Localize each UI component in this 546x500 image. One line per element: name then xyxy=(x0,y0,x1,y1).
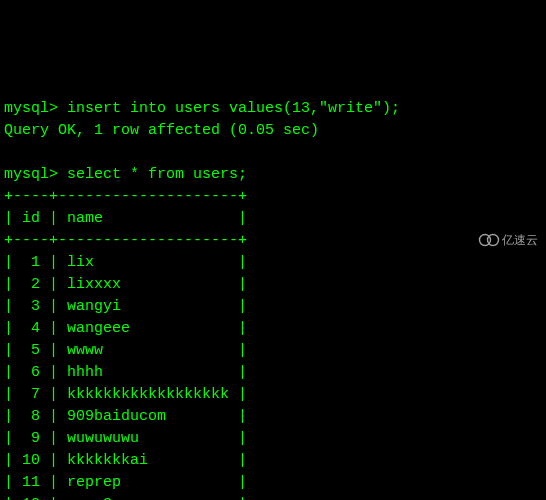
table-row: | 8 | 909baiducom | xyxy=(4,408,247,425)
table-row: | 4 | wangeee | xyxy=(4,320,247,337)
terminal-output: mysql> insert into users values(13,"writ… xyxy=(4,98,542,500)
watermark-logo-icon xyxy=(478,233,500,247)
table-row: | 5 | wwww | xyxy=(4,342,247,359)
table-row: | 9 | wuwuwuwu | xyxy=(4,430,247,447)
table-row: | 10 | kkkkkkkai | xyxy=(4,452,247,469)
svg-point-1 xyxy=(488,234,499,245)
watermark: 亿速云 xyxy=(478,228,538,251)
table-row: | 7 | kkkkkkkkkkkkkkkkkk | xyxy=(4,386,247,403)
query-ok-message: Query OK, 1 row affected (0.05 sec) xyxy=(4,122,319,139)
table-row: | 6 | hhhh | xyxy=(4,364,247,381)
table-row: | 2 | lixxxx | xyxy=(4,276,247,293)
table-row: | 12 | user3 | xyxy=(4,496,247,500)
table-row: | 1 | lix | xyxy=(4,254,247,271)
table-row: | 11 | reprep | xyxy=(4,474,247,491)
table-header: | id | name | xyxy=(4,210,247,227)
table-separator: +----+--------------------+ xyxy=(4,188,247,205)
watermark-text: 亿速云 xyxy=(502,233,538,247)
table-separator: +----+--------------------+ xyxy=(4,232,247,249)
mysql-prompt: mysql> xyxy=(4,166,67,183)
sql-select-statement: select * from users; xyxy=(67,166,247,183)
mysql-prompt: mysql> xyxy=(4,100,67,117)
sql-insert-statement: insert into users values(13,"write"); xyxy=(67,100,400,117)
table-row: | 3 | wangyi | xyxy=(4,298,247,315)
